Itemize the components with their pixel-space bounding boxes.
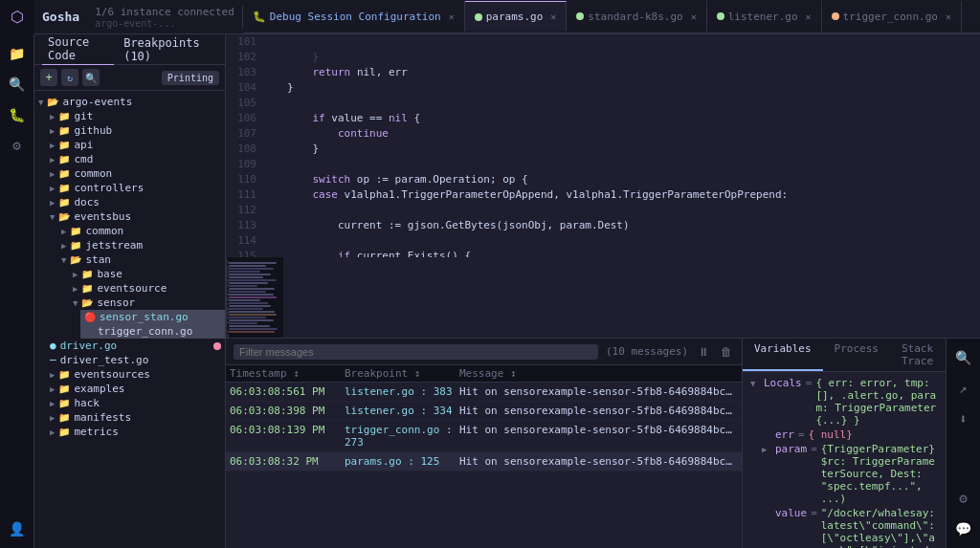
- tree-github[interactable]: ▶📁github: [46, 123, 225, 138]
- main-content: 📁 🔍 🐛 ⚙ 👤 Source Code Breakpoints (10) +…: [0, 34, 980, 548]
- tree-api[interactable]: ▶📁api: [46, 138, 225, 152]
- tree-cmd[interactable]: ▶📁cmd: [46, 152, 225, 166]
- refresh-btn[interactable]: ↻: [61, 69, 78, 86]
- sidebar-tab-breakpoints[interactable]: Breakpoints (10): [118, 34, 217, 65]
- tab-params-go[interactable]: params.go ✕: [465, 1, 568, 32]
- var-err[interactable]: err = { null}: [758, 427, 942, 442]
- messages-panel: (10 messages) ⏸ 🗑 Timestamp ↕ Breakpoint…: [226, 339, 743, 548]
- tab-debug-session[interactable]: 🐛 Debug Session Configuration ✕: [243, 1, 465, 32]
- tree-driver-go[interactable]: ●driver.go: [46, 339, 225, 353]
- tree-common[interactable]: ▶📁common: [46, 166, 225, 181]
- var-tab-variables[interactable]: Variables: [743, 339, 823, 371]
- var-value[interactable]: value = "/docker/whalesay:latest\"comman…: [758, 506, 942, 548]
- add-breakpoint-btn[interactable]: +: [40, 69, 57, 86]
- tab-close-standard[interactable]: ✕: [691, 11, 697, 22]
- left-icon-files[interactable]: 📁: [6, 42, 29, 65]
- col-breakpoint[interactable]: Breakpoint ↕: [345, 367, 459, 380]
- tree-metrics[interactable]: ▶📁metrics: [46, 425, 225, 439]
- msg-row-2[interactable]: 06:03:08:139 PM trigger_conn.go : 273 Hi…: [226, 421, 742, 452]
- tree-docs[interactable]: ▶📁docs: [46, 195, 225, 209]
- code-content[interactable]: } return nil, err } if value == nil { co…: [279, 34, 980, 257]
- msg-row-3[interactable]: 06:03:08:32 PM params.go : 125 Hit on se…: [226, 452, 742, 471]
- tab-dot-listener: [717, 12, 724, 20]
- tree-argo-events[interactable]: ▼📂argo-events: [34, 95, 225, 109]
- expand-icon[interactable]: ▼: [750, 379, 760, 388]
- var-tab-stack-trace[interactable]: Stack Trace: [890, 339, 945, 371]
- file-tree: ▼📂argo-events ▶📁git ▶📁github ▶📁api ▶📁cmd…: [34, 91, 225, 548]
- sidebar: Source Code Breakpoints (10) + ↻ 🔍 Print…: [34, 34, 226, 548]
- tab-listener-go[interactable]: listener.go ✕: [707, 1, 822, 32]
- col-timestamp[interactable]: Timestamp ↕: [230, 367, 345, 380]
- bottom-panel: (10 messages) ⏸ 🗑 Timestamp ↕ Breakpoint…: [226, 338, 980, 548]
- line-numbers: 101102103104105 106107108109110 11111211…: [226, 34, 264, 257]
- tree-sensor-stan-go[interactable]: 🔴sensor_stan.go: [80, 310, 225, 324]
- messages-columns: Timestamp ↕ Breakpoint ↕ Message ↕: [226, 365, 742, 383]
- messages-filter-input[interactable]: [234, 344, 598, 360]
- tree-examples[interactable]: ▶📁examples: [46, 382, 225, 396]
- search-btn[interactable]: 🔍: [82, 69, 100, 86]
- tree-controllers[interactable]: ▶📁controllers: [46, 181, 225, 195]
- param-expand-icon[interactable]: ▶: [762, 445, 771, 454]
- right-icon-download[interactable]: ⬇: [952, 407, 975, 430]
- left-icon-debug[interactable]: 🐛: [6, 103, 29, 126]
- tree-git[interactable]: ▶📁git: [46, 109, 225, 123]
- tree-sensor[interactable]: ▼📂sensor: [69, 296, 225, 310]
- tree-stan[interactable]: ▼📂stan: [57, 252, 225, 267]
- variables-panel: Variables Process Stack Trace Tracing ▼ …: [743, 339, 946, 548]
- right-icon-settings[interactable]: ⚙: [952, 487, 975, 510]
- tree-driver-test-go[interactable]: ─driver_test.go: [46, 353, 225, 367]
- col-message[interactable]: Message ↕: [459, 367, 738, 380]
- var-locals[interactable]: ▼ Locals = { err: error, tmp: [], .alert…: [746, 376, 942, 427]
- top-bar: ⬡ Gosha 1/6 instance connected argo-even…: [0, 0, 980, 34]
- editor-area: 101102103104105 106107108109110 11111211…: [226, 34, 980, 338]
- var-param[interactable]: ▶ param = {TriggerParameter} $rc: Trigge…: [758, 442, 942, 506]
- tab-dot-trigger: [832, 12, 839, 20]
- tree-manifests[interactable]: ▶📁manifests: [46, 410, 225, 425]
- right-icons: 🔍 ↗ ⬇ ⚙ 💬: [946, 339, 980, 548]
- sidebar-tab-source[interactable]: Source Code: [42, 34, 114, 65]
- left-icon-search[interactable]: 🔍: [6, 73, 29, 96]
- left-icons: 📁 🔍 🐛 ⚙ 👤: [0, 34, 34, 548]
- tab-close-listener[interactable]: ✕: [806, 11, 812, 22]
- pause-btn[interactable]: ⏸: [696, 344, 711, 360]
- messages-header: (10 messages) ⏸ 🗑: [226, 339, 742, 365]
- app-title: Gosha: [34, 10, 87, 24]
- right-icon-chat[interactable]: 💬: [952, 517, 975, 540]
- msg-row-1[interactable]: 06:03:08:398 PM listener.go : 334 Hit on…: [226, 402, 742, 421]
- left-icon-settings[interactable]: ⚙: [6, 134, 29, 157]
- tree-eventsbus-common[interactable]: ▶📁common: [57, 224, 225, 238]
- breakpoint-gutter: ▶: [264, 34, 279, 257]
- var-tab-process[interactable]: Process: [823, 339, 890, 371]
- tab-close-trigger[interactable]: ✕: [946, 11, 951, 22]
- messages-count: (10 messages): [606, 345, 688, 358]
- tree-base[interactable]: ▶📁base: [69, 267, 225, 281]
- msg-row-0[interactable]: 06:03:08:561 PM listener.go : 383 Hit on…: [226, 383, 742, 402]
- tree-eventsource[interactable]: ▶📁eventsource: [69, 281, 225, 296]
- tree-eventsources[interactable]: ▶📁eventsources: [46, 367, 225, 382]
- tree-hack[interactable]: ▶📁hack: [46, 396, 225, 410]
- tabs-container: 🐛 Debug Session Configuration ✕ params.g…: [243, 0, 980, 33]
- tab-dot-standard: [576, 12, 584, 20]
- clear-btn[interactable]: 🗑: [719, 344, 734, 360]
- instance-info: 1/6 instance connected argo-event-...: [87, 6, 243, 29]
- var-content: ▼ Locals = { err: error, tmp: [], .alert…: [743, 372, 946, 548]
- tab-close-debug[interactable]: ✕: [449, 11, 455, 22]
- sidebar-header: Source Code Breakpoints (10): [34, 34, 225, 65]
- left-icon-user[interactable]: 👤: [6, 517, 29, 540]
- right-icon-search[interactable]: 🔍: [952, 346, 975, 369]
- tree-jetstream[interactable]: ▶📁jetstream: [57, 238, 225, 252]
- app-icon: ⬡: [0, 0, 34, 34]
- messages-list: 06:03:08:561 PM listener.go : 383 Hit on…: [226, 383, 742, 548]
- tab-standard-k8s[interactable]: standard-k8s.go ✕: [567, 1, 706, 32]
- code-editor[interactable]: 101102103104105 106107108109110 11111211…: [226, 34, 980, 257]
- tab-close-params[interactable]: ✕: [550, 11, 556, 22]
- minimap: sensor/trigger_conn.go : 125: [226, 257, 283, 338]
- right-icon-share[interactable]: ↗: [952, 377, 975, 400]
- var-tabs: Variables Process Stack Trace Tracing: [743, 339, 946, 372]
- tab-trigger-conn[interactable]: trigger_conn.go ✕: [822, 1, 962, 32]
- printing-btn[interactable]: Printing: [162, 71, 219, 85]
- tree-trigger-conn-go[interactable]: trigger_conn.go: [80, 324, 225, 339]
- tree-eventsbus[interactable]: ▼📂eventsbus: [46, 209, 225, 224]
- tab-dot-params: [475, 13, 482, 21]
